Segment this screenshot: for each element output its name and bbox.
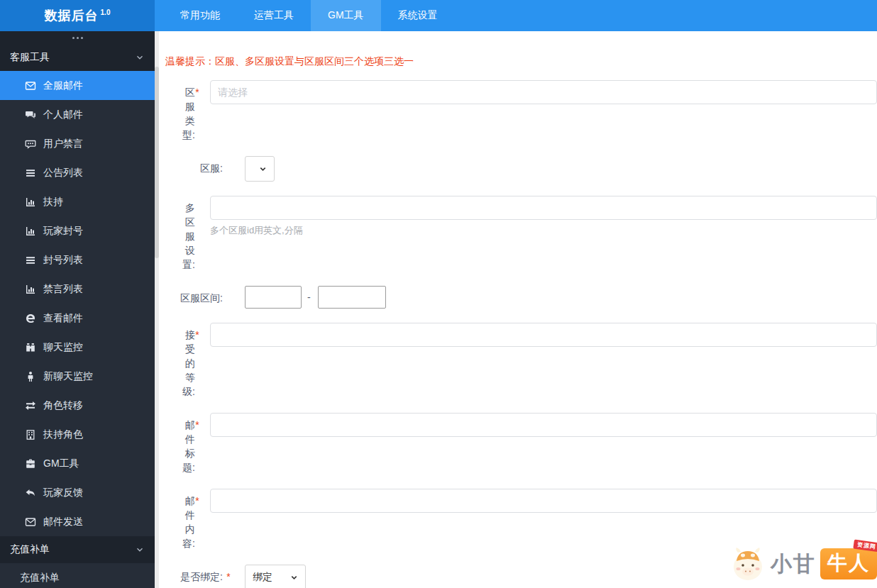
chevron-down-icon [135,52,145,62]
field-mail-content: 邮件内容: * [159,489,877,550]
sidebar-item-chat-monitor[interactable]: 聊天监控 [0,333,155,362]
sidebar-item-player-ban[interactable]: 玩家封号 [0,216,155,245]
field-server-range: 区服区间: - [159,286,877,309]
menu-label: 邮件发送 [43,516,83,528]
menu-label: 禁言列表 [43,283,83,296]
required-mark: * [223,565,234,582]
tab-gm-tools[interactable]: GM工具 [311,0,381,31]
binoculars-icon [25,342,36,353]
comments-icon [25,109,36,121]
field-label: 区服区间: [177,286,223,305]
sidebar: 客服工具 全服邮件 个人邮件 用户禁言 公告列表 扶持 玩家封号 [0,31,155,588]
menu-label: 封号列表 [43,254,83,267]
sidebar-item-all-server-mail[interactable]: 全服邮件 [0,71,155,100]
is-bind-select[interactable]: 绑定 [245,565,306,588]
menu-label: 公告列表 [43,167,83,179]
menu-label: GM工具 [43,457,79,470]
bar-chart-icon [25,284,36,295]
sidebar-group-recharge-reorder[interactable]: 充值补单 [0,536,155,563]
sidebar-item-gm-tools[interactable]: GM工具 [0,449,155,478]
menu-label: 新聊天监控 [43,370,93,383]
sidebar-group-customer-service[interactable]: 客服工具 [0,44,155,71]
mail-title-input[interactable] [210,413,877,437]
range-separator: - [307,286,311,309]
app-root: 数据后台1.0 常用功能 运营工具 GM工具 系统设置 客服工具 全服邮件 个人… [0,0,877,588]
server-range-end-input[interactable] [318,286,386,309]
menu-label: 聊天监控 [43,341,83,354]
server-range-start-input[interactable] [245,286,302,309]
sidebar-item-support-role[interactable]: 扶持角色 [0,420,155,449]
menu-label: 扶持 [43,196,63,209]
sidebar-item-new-chat-monitor[interactable]: 新聊天监控 [0,362,155,391]
multi-server-hint: 多个区服id用英文,分隔 [210,224,877,237]
all-server-mail-form: 区服类型: * 区服: 多区服设置: 多个区 [159,80,877,588]
top-bar: 数据后台1.0 常用功能 运营工具 GM工具 系统设置 [0,0,877,31]
field-label: 接受的等级: [177,323,195,399]
sidebar-item-mail-send[interactable]: 邮件发送 [0,507,155,536]
sidebar-item-announcement-list[interactable]: 公告列表 [0,158,155,187]
menu-label: 角色转移 [43,399,83,412]
reply-arrow-icon [25,487,36,499]
app-version: 1.0 [101,9,111,16]
sidebar-item-view-mail[interactable]: 查看邮件 [0,304,155,333]
sidebar-item-recharge-reorder[interactable]: 充值补单 [0,563,155,588]
envelope-icon [25,516,36,528]
app-title: 数据后台1.0 [0,0,155,31]
app-title-text: 数据后台 [45,7,99,24]
sidebar-item-role-transfer[interactable]: 角色转移 [0,391,155,420]
bar-chart-icon [25,196,36,208]
accept-level-input[interactable] [210,323,877,347]
main-content: 温馨提示：区服、多区服设置与区服区间三个选项三选一 区服类型: * 区服: [159,31,877,588]
menu-label: 扶持角色 [43,428,83,441]
field-server-type: 区服类型: * [159,80,877,142]
group-label: 客服工具 [10,51,50,64]
field-mail-title: 邮件标题: * [159,413,877,475]
chevron-down-icon [290,574,298,582]
top-nav: 常用功能 运营工具 GM工具 系统设置 [163,0,455,31]
group-label: 充值补单 [10,543,50,556]
multi-server-input[interactable] [210,196,877,220]
sidebar-item-mute-list[interactable]: 禁言列表 [0,274,155,304]
required-mark: * [195,489,199,506]
sidebar-item-player-feedback[interactable]: 玩家反馈 [0,478,155,507]
exchange-arrows-icon [25,400,36,411]
sidebar-item-ban-list[interactable]: 封号列表 [0,245,155,274]
mail-content-input[interactable] [210,489,877,513]
menu-label: 个人邮件 [43,109,83,121]
tab-system-settings[interactable]: 系统设置 [381,0,455,31]
required-mark: * [195,80,199,98]
watermark-badge: 牛人 资源网 [820,548,877,579]
envelope-icon [25,80,36,91]
menu-label: 玩家反馈 [43,487,83,499]
menu-label: 用户禁言 [43,138,83,150]
form-warning-tip: 温馨提示：区服、多区服设置与区服区间三个选项三选一 [165,54,877,68]
menu-label: 充值补单 [20,572,60,584]
list-icon [25,167,36,179]
server-select[interactable] [245,156,275,182]
menu-label: 玩家封号 [43,225,83,238]
cow-mascot-icon [729,545,766,582]
building-icon [25,429,36,440]
field-multi-server: 多区服设置: 多个区服id用英文,分隔 [159,196,877,272]
sidebar-item-personal-mail[interactable]: 个人邮件 [0,100,155,129]
chevron-down-icon [259,165,267,173]
briefcase-icon [25,458,36,470]
server-type-input[interactable] [210,80,877,104]
sidebar-collapse-toggle[interactable] [0,31,155,44]
comment-dots-icon [25,138,36,150]
is-bind-selected-value: 绑定 [253,571,272,584]
edge-e-icon [25,313,36,324]
list-icon [25,255,36,266]
field-label: 邮件内容: [177,489,195,550]
sidebar-item-support[interactable]: 扶持 [0,187,155,216]
required-mark: * [195,323,199,340]
watermark-name: 小甘 [771,550,816,579]
tab-operation-tools[interactable]: 运营工具 [237,0,311,31]
field-label: 多区服设置: [177,196,195,272]
sidebar-item-user-mute[interactable]: 用户禁言 [0,129,155,158]
field-label: 是否绑定: [177,565,223,584]
tab-common-functions[interactable]: 常用功能 [163,0,237,31]
bar-chart-icon [25,226,36,237]
watermark-badge-text: 牛人 [827,552,870,574]
field-server: 区服: [159,156,877,182]
